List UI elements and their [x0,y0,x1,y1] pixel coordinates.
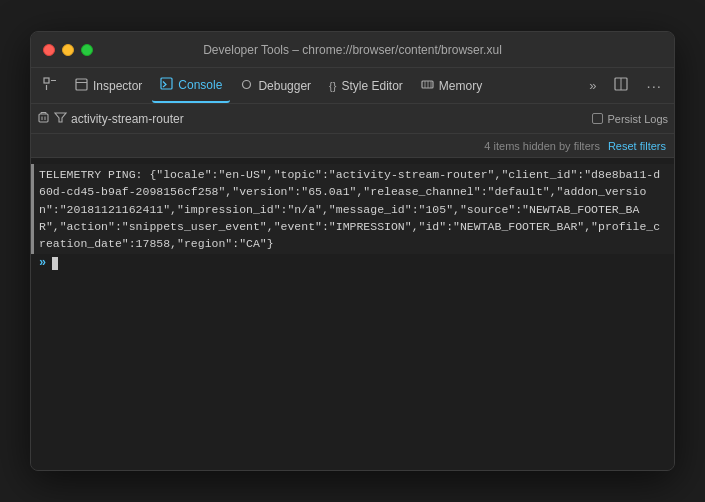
more-icon: » [589,78,596,93]
svg-rect-0 [44,78,49,83]
titlebar: Developer Tools – chrome://browser/conte… [31,32,674,68]
svg-rect-13 [39,114,48,122]
log-entry: TELEMETRY PING: {"locale":"en-US","topic… [31,164,674,254]
persist-logs-checkbox[interactable] [592,113,603,124]
debugger-icon [240,78,253,94]
filter-bar: Persist Logs [31,104,674,134]
maximize-button[interactable] [81,44,93,56]
minimize-button[interactable] [62,44,74,56]
svg-point-6 [243,80,251,88]
filter-input[interactable] [71,112,588,126]
close-button[interactable] [43,44,55,56]
console-label: Console [178,78,222,92]
console-output: TELEMETRY PING: {"locale":"en-US","topic… [31,158,674,470]
window-title: Developer Tools – chrome://browser/conte… [203,43,502,57]
memory-tab[interactable]: Memory [413,68,490,103]
status-bar: 4 items hidden by filters Reset filters [31,134,674,158]
window-controls [43,44,93,56]
memory-label: Memory [439,79,482,93]
devtools-toolbar: Inspector Console Debugger {} Style Edit… [31,68,674,104]
debugger-tab[interactable]: Debugger [232,68,319,103]
persist-logs-toggle[interactable]: Persist Logs [592,113,668,125]
svg-rect-5 [161,78,172,89]
style-editor-icon: {} [329,80,336,92]
layout-button[interactable] [606,77,636,94]
pick-element-button[interactable] [35,68,65,103]
svg-rect-3 [76,79,87,90]
prompt-chevron: » [39,256,46,270]
style-editor-tab[interactable]: {} Style Editor [321,68,411,103]
inspector-label: Inspector [93,79,142,93]
pick-element-icon [43,77,57,94]
console-prompt[interactable]: » [31,254,674,272]
layout-icon [614,77,628,94]
more-tools-button[interactable]: » [581,78,604,93]
style-editor-label: Style Editor [341,79,402,93]
prompt-cursor [52,257,58,270]
options-icon: ··· [646,77,662,94]
memory-icon [421,78,434,94]
devtools-window: Developer Tools – chrome://browser/conte… [30,31,675,471]
debugger-label: Debugger [258,79,311,93]
options-button[interactable]: ··· [638,77,670,94]
clear-console-button[interactable] [37,111,50,127]
inspector-tab[interactable]: Inspector [67,68,150,103]
hidden-count-text: 4 items hidden by filters [484,140,600,152]
log-text: TELEMETRY PING: {"locale":"en-US","topic… [39,166,666,252]
svg-marker-19 [55,113,66,122]
inspector-icon [75,78,88,94]
toolbar-right-actions: » ··· [581,68,670,103]
console-tab[interactable]: Console [152,68,230,103]
persist-logs-label: Persist Logs [607,113,668,125]
console-icon [160,77,173,93]
reset-filters-button[interactable]: Reset filters [608,140,666,152]
filter-icon [54,111,67,127]
